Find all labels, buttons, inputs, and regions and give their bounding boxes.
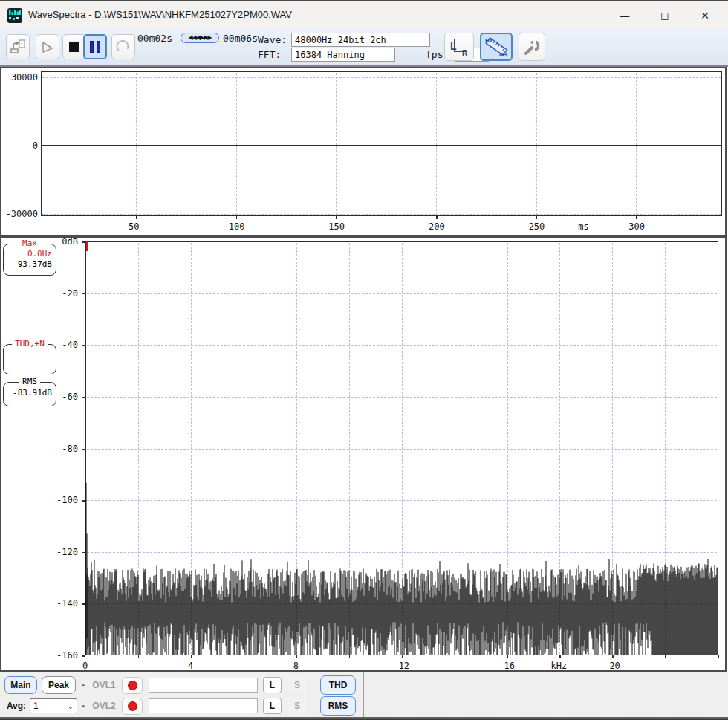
play-icon (39, 39, 56, 55)
wave-label: Wave: (258, 34, 287, 45)
chevron-down-icon: ⌄ (68, 702, 74, 710)
ovl2-s-button[interactable]: S (288, 698, 306, 714)
open-file-button[interactable]: t (6, 34, 30, 59)
waveform-panel (0, 67, 727, 236)
peak-button[interactable]: Peak (42, 676, 76, 694)
ovl1-label: OVL1 (89, 676, 119, 694)
lr-channel-icon: L R (449, 36, 469, 57)
minimize-button[interactable]: — (608, 1, 642, 30)
window-title: WaveSpectra - D:\WS151\WAV\NHKFM251027Y2… (28, 9, 292, 20)
avg-select[interactable]: 1 ⌄ (30, 698, 77, 713)
settings-button[interactable] (519, 33, 545, 61)
bottom-bar-divider (313, 672, 313, 717)
ovl1-s-button[interactable]: S (288, 677, 306, 693)
wave-format-field[interactable]: 48000Hz 24bit 2ch (291, 33, 430, 47)
dash-separator-2: - (79, 697, 87, 715)
ovl2-l-button[interactable]: L (263, 698, 282, 714)
thd-button[interactable]: THD (320, 675, 356, 695)
play-button[interactable] (36, 34, 59, 59)
ovl1-record-dot-icon (128, 681, 137, 690)
ovl2-record-dot-icon (128, 701, 137, 711)
spectrum-panel (0, 236, 727, 672)
avg-label: Avg: (4, 697, 28, 715)
svg-text:R: R (462, 49, 468, 57)
ovl2-file-field[interactable] (149, 698, 258, 713)
window-bottom-edge (0, 717, 728, 720)
ovl2-label: OVL2 (89, 697, 119, 715)
ovl1-record-button[interactable] (122, 677, 143, 694)
pause-button[interactable] (83, 34, 107, 59)
ovl2-record-button[interactable] (122, 698, 143, 715)
seek-control[interactable]: ◀◀◀▶▶▶ (181, 33, 219, 43)
hz-db-scale-button[interactable]: Hz dB (480, 33, 513, 61)
wavespectra-window: WaveSpectra - D:\WS151\WAV\NHKFM251027Y2… (0, 0, 728, 720)
avg-select-value: 1 (33, 701, 39, 711)
svg-text:dB: dB (499, 51, 507, 58)
rms-button[interactable]: RMS (320, 696, 356, 716)
svg-text:Hz: Hz (485, 37, 493, 44)
close-button[interactable]: ✕ (688, 1, 722, 30)
open-file-icon: t (10, 39, 26, 55)
dash-separator-1: - (79, 676, 87, 694)
bottom-bar: Main Peak - OVL1 L S THD Avg: 1 ⌄ - OVL2… (0, 672, 728, 717)
ovl1-l-button[interactable]: L (263, 677, 282, 693)
toolbar: t 00m02s ◀◀◀▶▶▶ 00m06s Wave: 48000Hz 24 (0, 28, 728, 67)
pause-icon (90, 41, 100, 53)
hz-db-scale-icon: Hz dB (484, 36, 508, 58)
time-total: 00m06s (223, 33, 258, 44)
loop-button[interactable] (111, 34, 135, 59)
maximize-button[interactable]: □ (648, 1, 682, 30)
time-current: 00m02s (137, 33, 172, 44)
fft-label: FFT: (258, 49, 281, 60)
fft-setting-field[interactable]: 16384 Hanning (291, 48, 395, 62)
app-icon (7, 8, 22, 23)
stop-icon (69, 42, 79, 52)
main-button[interactable]: Main (4, 676, 37, 694)
svg-text:L: L (450, 40, 457, 52)
title-bar: WaveSpectra - D:\WS151\WAV\NHKFM251027Y2… (0, 0, 728, 28)
lr-channel-button[interactable]: L R (444, 33, 474, 61)
ovl1-file-field[interactable] (149, 678, 258, 693)
wrench-settings-icon (523, 38, 541, 56)
bottom-bar-divider (363, 672, 364, 717)
loop-icon (115, 39, 131, 55)
